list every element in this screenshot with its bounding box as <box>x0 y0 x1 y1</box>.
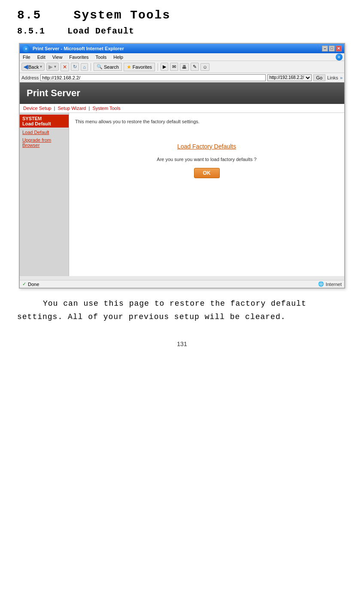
menu-bar: File Edit View Favorites Tools Help e <box>20 53 344 61</box>
address-label: Address <box>21 75 39 80</box>
media-icon: ▶ <box>163 64 166 70</box>
nav-links: Device Setup | Setup Wizard | System Too… <box>20 104 344 113</box>
internet-globe-icon: 🌐 <box>318 281 324 287</box>
maximize-button[interactable]: □ <box>329 46 335 52</box>
forward-arrow-icon: ▶ <box>49 64 53 70</box>
forward-button[interactable]: ▶ ▼ <box>46 63 59 71</box>
refresh-icon: ↻ <box>73 64 77 70</box>
browser-title: Print Server - Microsoft Internet Explor… <box>33 46 124 51</box>
go-button[interactable]: Go <box>313 74 326 81</box>
home-icon: ⌂ <box>83 64 86 70</box>
done-icon: ✓ <box>22 281 26 287</box>
toolbar-separator-2 <box>158 63 158 71</box>
ps-header: Print Server <box>20 82 344 104</box>
load-defaults-question: Are you sure you want to load factory de… <box>73 157 340 162</box>
print-icon: 🖶 <box>182 64 187 70</box>
right-content: This menu allows you to restore the fact… <box>69 113 344 276</box>
address-dropdown[interactable]: http://192.168.2.2/ <box>267 74 312 81</box>
toolbar: ◀ Back ▼ ▶ ▼ ✕ ↻ ⌂ 🔍 Search ★ Favorites … <box>20 61 344 73</box>
links-arrow-icon[interactable]: » <box>340 75 343 80</box>
webpage-content: Print Server Device Setup | Setup Wizard… <box>20 82 344 280</box>
mail-button[interactable]: ✉ <box>170 63 178 71</box>
toolbar-separator-1 <box>91 63 91 71</box>
chapter-title: 8.5 System Tools <box>17 9 347 22</box>
address-bar: Address http://192.168.2.2/ Go Links » <box>20 73 344 82</box>
status-right: 🌐 Internet <box>318 281 342 287</box>
browser-window: e Print Server - Microsoft Internet Expl… <box>19 43 345 289</box>
back-label: Back <box>28 64 39 70</box>
menu-tools[interactable]: Tools <box>94 55 108 60</box>
nav-system-tools[interactable]: System Tools <box>92 106 120 111</box>
nav-device-setup[interactable]: Device Setup <box>23 106 51 111</box>
back-dropdown-icon[interactable]: ▼ <box>39 65 42 69</box>
nav-sep-1: | <box>54 106 57 111</box>
refresh-button[interactable]: ↻ <box>71 63 79 71</box>
ie-logo-menu-icon: e <box>336 54 343 61</box>
mail-icon: ✉ <box>172 64 176 70</box>
status-left: ✓ Done <box>22 281 39 287</box>
ps-header-title: Print Server <box>27 88 337 99</box>
body-text: You can use this page to restore the fac… <box>17 297 347 323</box>
media-button[interactable]: ▶ <box>161 63 168 71</box>
search-icon: 🔍 <box>97 64 103 70</box>
status-bar: ✓ Done 🌐 Internet <box>20 280 344 288</box>
window-controls: – □ ✕ <box>322 46 342 52</box>
edit-button[interactable]: ✎ <box>191 63 199 71</box>
home-button[interactable]: ⌂ <box>81 63 88 71</box>
load-defaults-section: Load Factory Defaults Are you sure you w… <box>73 134 340 187</box>
back-button[interactable]: ◀ Back ▼ <box>21 63 45 71</box>
menu-view[interactable]: View <box>51 55 64 60</box>
sidebar-item-load-default[interactable]: Load Default <box>20 128 69 136</box>
minimize-button[interactable]: – <box>322 46 328 52</box>
print-button[interactable]: 🖶 <box>180 63 189 71</box>
load-defaults-title: Load Factory Defaults <box>73 143 340 150</box>
stop-button[interactable]: ✕ <box>61 63 69 71</box>
stop-icon: ✕ <box>63 64 67 70</box>
favorites-button[interactable]: ★ Favorites <box>124 63 155 71</box>
section-title: 8.5.1 Load Default <box>17 26 347 36</box>
sidebar-item-upgrade-browser[interactable]: Upgrade from Browser <box>20 136 69 149</box>
sidebar-section-system: SYSTEM Load Default <box>20 115 69 128</box>
messenger-button[interactable]: ☺ <box>200 63 209 71</box>
menu-help[interactable]: Help <box>112 55 124 60</box>
main-content: SYSTEM Load Default Load Default Upgrade… <box>20 113 344 276</box>
ie-logo-icon: e <box>22 45 30 52</box>
menu-favorites[interactable]: Favorites <box>68 55 90 60</box>
nav-setup-wizard[interactable]: Setup Wizard <box>58 106 86 111</box>
edit-icon: ✎ <box>193 64 197 70</box>
ok-button[interactable]: OK <box>194 168 220 178</box>
address-input[interactable] <box>40 74 265 81</box>
page-number: 131 <box>17 341 347 347</box>
status-zone-text: Internet <box>326 282 342 287</box>
favorites-label: Favorites <box>133 64 152 70</box>
sidebar: SYSTEM Load Default Load Default Upgrade… <box>20 113 69 276</box>
close-button[interactable]: ✕ <box>336 46 342 52</box>
messenger-icon: ☺ <box>203 64 207 70</box>
nav-sep-2: | <box>89 106 91 111</box>
back-arrow-icon: ◀ <box>24 64 28 70</box>
content-description: This menu allows you to restore the fact… <box>73 117 340 126</box>
forward-dropdown-icon[interactable]: ▼ <box>53 65 57 69</box>
status-done-text: Done <box>28 282 39 287</box>
search-button[interactable]: 🔍 Search <box>94 63 122 71</box>
title-bar: e Print Server - Microsoft Internet Expl… <box>20 44 344 53</box>
menu-edit[interactable]: Edit <box>36 55 47 60</box>
links-label: Links <box>327 75 338 80</box>
search-label: Search <box>104 64 119 70</box>
menu-file[interactable]: File <box>21 55 32 60</box>
favorites-star-icon: ★ <box>127 64 131 70</box>
